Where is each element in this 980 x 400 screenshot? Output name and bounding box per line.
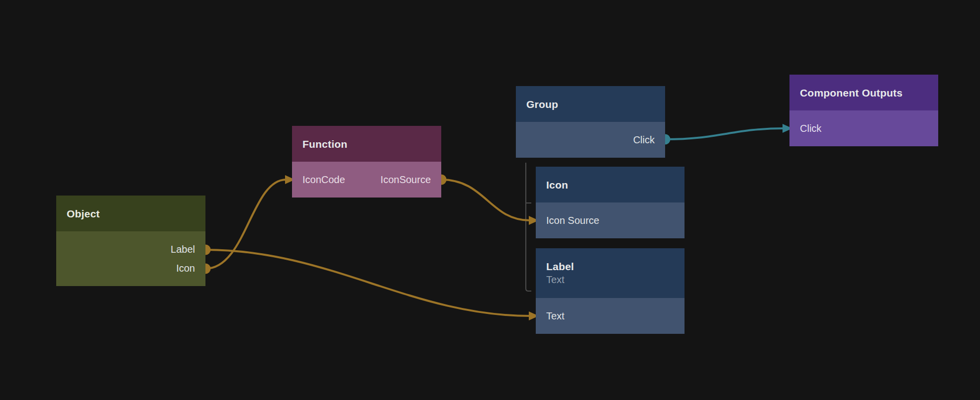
- port-row-component-outputs-click[interactable]: Click: [789, 110, 938, 146]
- port-label: Icon: [176, 263, 195, 274]
- node-object-body: Label Icon: [56, 231, 205, 286]
- node-object[interactable]: Object Label Icon: [56, 196, 205, 286]
- wire-group-click-to-componentoutputs-click[interactable]: [665, 128, 784, 139]
- port-row-label-text[interactable]: Text: [536, 298, 685, 334]
- node-label[interactable]: Label Text Text: [536, 248, 685, 334]
- port-row-object-icon[interactable]: Icon: [56, 259, 205, 278]
- port-label: Click: [800, 123, 821, 134]
- port-row-group-click[interactable]: Click: [516, 122, 665, 158]
- port-label: Click: [633, 134, 655, 146]
- node-function-header: Function: [292, 126, 441, 162]
- wire-object-label-to-label-text[interactable]: [205, 250, 530, 316]
- node-title: Label: [546, 260, 685, 273]
- port-label-output: IconSource: [381, 174, 431, 186]
- node-subtitle: Text: [546, 273, 685, 287]
- port-label: Label: [171, 244, 195, 255]
- node-title: Function: [302, 137, 441, 151]
- node-function-body: IconCode IconSource: [292, 162, 441, 198]
- node-title: Icon: [546, 178, 685, 192]
- node-title: Object: [67, 207, 205, 220]
- port-row-function[interactable]: IconCode IconSource: [292, 162, 441, 198]
- node-component-outputs-header: Component Outputs: [789, 75, 938, 110]
- port-label-input: IconCode: [302, 174, 345, 186]
- port-row-object-label[interactable]: Label: [56, 240, 205, 259]
- node-label-header: Label Text: [536, 248, 685, 298]
- node-icon-body: Icon Source: [536, 202, 685, 238]
- node-function[interactable]: Function IconCode IconSource: [292, 126, 441, 198]
- node-graph-canvas[interactable]: Object Label Icon Function IconCode Icon…: [0, 0, 980, 400]
- node-component-outputs-body: Click: [789, 110, 938, 146]
- node-component-outputs[interactable]: Component Outputs Click: [789, 75, 938, 146]
- port-label: Text: [546, 310, 565, 322]
- node-group[interactable]: Group Click: [516, 86, 665, 158]
- node-group-body: Click: [516, 122, 665, 158]
- node-title: Group: [526, 98, 665, 111]
- port-label: Icon Source: [546, 215, 599, 226]
- node-object-header: Object: [56, 196, 205, 231]
- node-icon[interactable]: Icon Icon Source: [536, 167, 685, 238]
- node-icon-header: Icon: [536, 167, 685, 202]
- wire-function-iconsource-to-icon-iconsource[interactable]: [441, 180, 530, 220]
- node-title: Component Outputs: [800, 86, 938, 100]
- node-group-header: Group: [516, 86, 665, 122]
- wire-object-icon-to-function-iconcode[interactable]: [205, 180, 286, 269]
- node-label-body: Text: [536, 298, 685, 334]
- tree-connector-group-children: [526, 163, 531, 291]
- port-row-icon-source[interactable]: Icon Source: [536, 202, 685, 238]
